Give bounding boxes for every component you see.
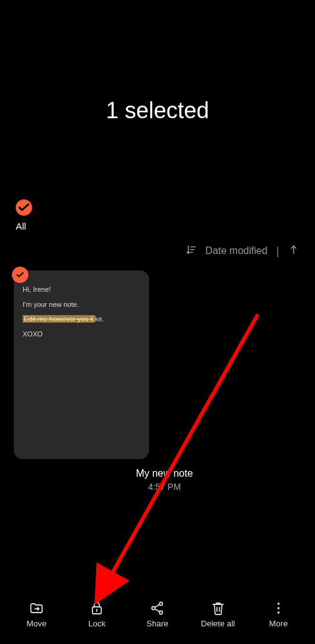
svg-point-7 xyxy=(277,611,280,614)
page-title: 1 selected xyxy=(0,97,315,124)
sort-row: Date modified | xyxy=(0,244,315,258)
checkmark-icon xyxy=(16,200,31,215)
move-label: Move xyxy=(26,619,47,628)
note-highlight: Edit me however you li xyxy=(23,315,95,323)
svg-point-6 xyxy=(277,607,280,609)
sort-direction-icon[interactable] xyxy=(288,244,299,258)
checkmark-icon xyxy=(15,270,25,280)
select-all-section[interactable]: All xyxy=(0,199,315,231)
note-preview: Hi, Irene! I'm your new note. Edit me ho… xyxy=(23,284,140,340)
more-button[interactable]: More xyxy=(257,601,301,628)
sort-divider: | xyxy=(276,245,279,258)
note-line: XOXO xyxy=(23,329,140,340)
sort-icon[interactable] xyxy=(185,244,197,258)
delete-all-label: Delete all xyxy=(201,619,235,628)
lock-button[interactable]: Lock xyxy=(75,601,119,628)
more-label: More xyxy=(269,619,288,628)
note-line: I'm your new note. xyxy=(23,299,140,311)
bottom-toolbar: Move Lock Share Delete all Mo xyxy=(0,591,315,644)
trash-icon xyxy=(211,601,226,616)
note-line: Hi, Irene! xyxy=(23,284,140,296)
svg-point-3 xyxy=(152,606,155,609)
sort-label[interactable]: Date modified xyxy=(206,245,268,257)
share-icon xyxy=(150,601,165,616)
note-grid: Hi, Irene! I'm your new note. Edit me ho… xyxy=(0,270,315,492)
share-label: Share xyxy=(146,619,169,628)
more-icon xyxy=(271,601,286,616)
note-card[interactable]: Hi, Irene! I'm your new note. Edit me ho… xyxy=(14,270,149,459)
share-button[interactable]: Share xyxy=(135,601,179,628)
lock-label: Lock xyxy=(89,619,106,628)
select-all-label: All xyxy=(16,221,315,231)
move-button[interactable]: Move xyxy=(14,601,58,628)
lock-icon xyxy=(89,601,104,616)
note-time: 4:57 PM xyxy=(14,482,315,492)
select-all-checkbox[interactable] xyxy=(16,199,32,216)
svg-point-2 xyxy=(160,602,163,605)
delete-all-button[interactable]: Delete all xyxy=(196,601,240,628)
move-icon xyxy=(29,601,44,616)
svg-point-4 xyxy=(160,611,163,614)
note-title: My new note xyxy=(14,468,315,479)
header: 1 selected xyxy=(0,0,315,199)
svg-point-5 xyxy=(277,602,280,605)
note-checkbox[interactable] xyxy=(12,267,28,283)
note-line: Edit me however you like. xyxy=(23,314,140,325)
